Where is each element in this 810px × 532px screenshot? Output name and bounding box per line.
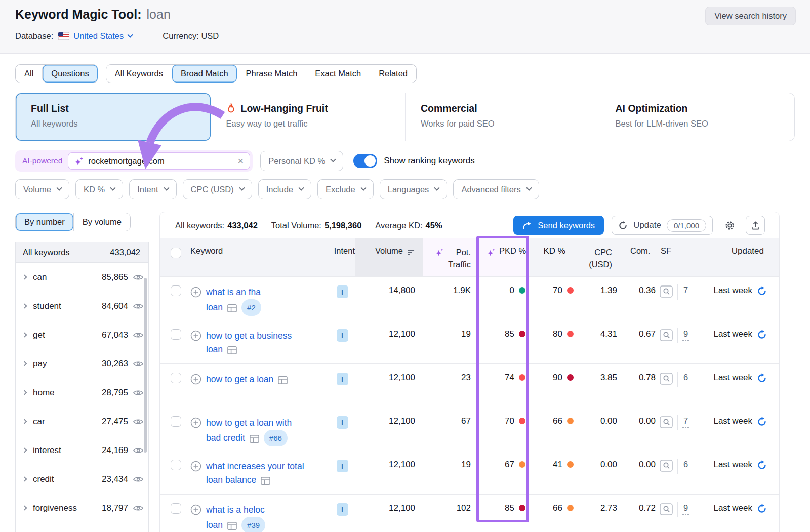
refresh-icon[interactable]: [757, 417, 767, 451]
filter-languages[interactable]: Languages: [380, 179, 448, 199]
database-select[interactable]: United States: [73, 31, 132, 41]
chevron-right-icon[interactable]: [22, 361, 27, 366]
serp-window-icon[interactable]: [227, 346, 237, 355]
refresh-icon[interactable]: [757, 330, 767, 363]
serp-window-icon[interactable]: [227, 521, 237, 530]
sidebar-group-can[interactable]: can85,865: [16, 263, 148, 292]
card-ai-optimization[interactable]: AI Optimization Best for LLM-driven SEO: [600, 93, 795, 141]
filter-volume[interactable]: Volume: [15, 179, 69, 199]
intent-badge[interactable]: I: [337, 329, 348, 342]
update-button[interactable]: Update 0/1,000: [612, 216, 713, 235]
serp-preview-button[interactable]: [660, 329, 673, 341]
chevron-right-icon[interactable]: [22, 506, 27, 511]
sidebar-group-pay[interactable]: pay30,263: [16, 349, 148, 378]
tab-all[interactable]: All: [16, 65, 42, 83]
filter-exclude[interactable]: Exclude: [317, 179, 374, 199]
col-pkd[interactable]: PKD %: [479, 238, 530, 276]
keyword-link[interactable]: loan: [206, 343, 223, 356]
row-checkbox[interactable]: [171, 373, 181, 383]
view-search-history-button[interactable]: View search history: [705, 7, 796, 25]
sidebar-group-home[interactable]: home28,795: [16, 378, 148, 407]
refresh-icon[interactable]: [757, 286, 767, 320]
col-kd[interactable]: KD %: [530, 238, 578, 276]
intent-badge[interactable]: I: [337, 503, 348, 516]
export-button[interactable]: [746, 216, 765, 235]
col-volume[interactable]: Volume: [355, 238, 423, 276]
serp-preview-button[interactable]: [660, 416, 673, 428]
serp-window-icon[interactable]: [227, 304, 237, 313]
tab-by-volume[interactable]: By volume: [73, 213, 130, 231]
domain-input[interactable]: rocketmortgage.com ×: [68, 152, 250, 170]
serp-window-icon[interactable]: [261, 476, 270, 485]
eye-icon[interactable]: [133, 332, 144, 339]
intent-badge[interactable]: I: [337, 373, 348, 385]
card-low-hanging-fruit[interactable]: Low-Hanging Fruit Easy way to get traffi…: [211, 93, 406, 141]
tab-by-number[interactable]: By number: [16, 213, 73, 231]
col-pot-traffic[interactable]: Pot.Traffic: [423, 238, 479, 276]
tab-all-keywords[interactable]: All Keywords: [106, 65, 172, 83]
intent-badge[interactable]: I: [337, 285, 348, 298]
keyword-link[interactable]: how to get a business: [206, 331, 292, 341]
sidebar-group-student[interactable]: student84,604: [16, 292, 148, 320]
chevron-right-icon[interactable]: [22, 448, 27, 453]
sf-count[interactable]: 7: [682, 285, 689, 297]
settings-button[interactable]: [720, 216, 739, 235]
keyword-link[interactable]: loan: [206, 301, 223, 314]
eye-icon[interactable]: [133, 360, 144, 367]
row-checkbox[interactable]: [171, 503, 181, 514]
personal-kd-select[interactable]: Personal KD %: [260, 151, 343, 171]
serp-preview-button[interactable]: [660, 285, 673, 298]
serp-window-icon[interactable]: [278, 376, 288, 385]
col-com[interactable]: Com.: [623, 238, 659, 276]
serp-preview-button[interactable]: [660, 373, 673, 385]
intent-badge[interactable]: I: [337, 460, 348, 472]
keyword-link[interactable]: what is a heloc: [206, 505, 265, 515]
card-commercial[interactable]: Commercial Works for paid SEO: [405, 93, 600, 141]
plus-circle-icon[interactable]: [190, 374, 201, 407]
serp-preview-button[interactable]: [660, 503, 673, 515]
keyword-link[interactable]: how to get a loan with: [206, 418, 292, 428]
keyword-link[interactable]: how to get a loan: [206, 373, 273, 386]
tab-questions[interactable]: Questions: [42, 65, 97, 83]
chevron-right-icon[interactable]: [22, 477, 27, 482]
row-checkbox[interactable]: [171, 460, 181, 470]
sidebar-group-car[interactable]: car27,475: [16, 407, 148, 436]
filter-cpc[interactable]: CPC (USD): [183, 179, 252, 199]
sidebar-group-credit[interactable]: credit23,434: [16, 465, 148, 494]
plus-circle-icon[interactable]: [190, 330, 201, 363]
rank-badge[interactable]: #39: [241, 517, 265, 532]
eye-icon[interactable]: [133, 389, 144, 396]
filter-include[interactable]: Include: [258, 179, 311, 199]
eye-icon[interactable]: [133, 447, 144, 454]
intent-badge[interactable]: I: [337, 416, 348, 429]
filter-kd[interactable]: KD %: [75, 179, 123, 199]
sidebar-group-get[interactable]: get67,043: [16, 320, 148, 349]
serp-preview-button[interactable]: [660, 460, 673, 472]
show-ranking-keywords-toggle[interactable]: [353, 154, 377, 168]
keyword-link[interactable]: what increases your total: [206, 461, 304, 471]
row-checkbox[interactable]: [171, 329, 181, 340]
tab-broad-match[interactable]: Broad Match: [172, 65, 237, 83]
tab-phrase-match[interactable]: Phrase Match: [237, 65, 306, 83]
tab-related[interactable]: Related: [370, 65, 416, 83]
keyword-link[interactable]: loan balance: [206, 473, 256, 487]
serp-window-icon[interactable]: [250, 434, 259, 443]
chevron-right-icon[interactable]: [22, 275, 27, 280]
eye-icon[interactable]: [133, 418, 144, 425]
col-cpc[interactable]: CPC(USD): [578, 238, 623, 276]
send-keywords-button[interactable]: Send keywords: [513, 216, 604, 235]
filter-advanced[interactable]: Advanced filters: [453, 179, 539, 199]
plus-circle-icon[interactable]: [190, 417, 201, 451]
sf-count[interactable]: 6: [682, 460, 689, 471]
refresh-icon[interactable]: [757, 373, 767, 407]
plus-circle-icon[interactable]: [190, 461, 201, 494]
refresh-icon[interactable]: [757, 504, 767, 532]
sidebar-group-forgiveness[interactable]: forgiveness18,797: [16, 494, 148, 522]
clear-input-icon[interactable]: ×: [238, 156, 244, 166]
row-checkbox[interactable]: [171, 416, 181, 427]
chevron-right-icon[interactable]: [22, 304, 27, 309]
rank-badge[interactable]: #66: [264, 430, 288, 446]
sf-count[interactable]: 7: [682, 416, 689, 428]
keyword-link[interactable]: what is an fha: [206, 287, 261, 297]
sf-count[interactable]: 6: [682, 373, 689, 384]
